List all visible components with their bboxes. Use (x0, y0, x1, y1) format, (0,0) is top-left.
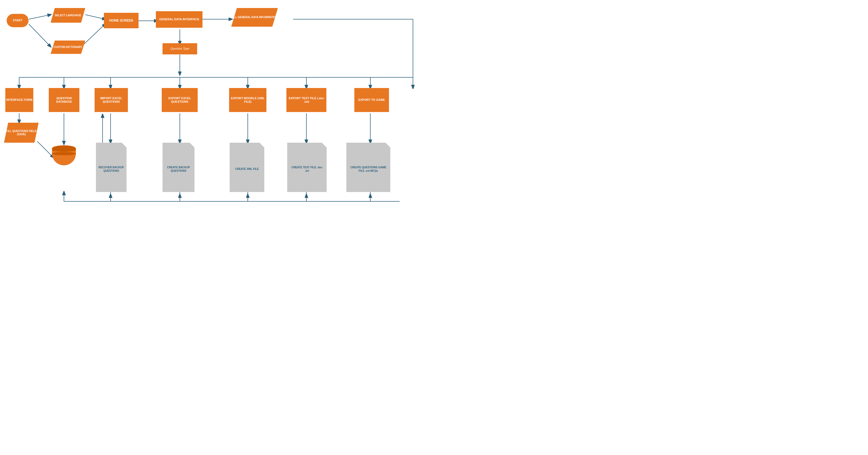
database-cylinder (52, 144, 76, 165)
question-type-node: Question Type (162, 43, 197, 54)
interface-form-node: INTERFACE FORM (5, 88, 33, 112)
svg-line-4 (81, 24, 105, 47)
svg-line-36 (37, 141, 53, 158)
import-excel-node: IMPORT EXCEL QUESTIONS (95, 88, 128, 112)
recover-backup-doc: RECOVER BACKUP QUESTIONS (96, 143, 127, 192)
create-text-doc: CREATE TEXT FILE .doc .txt (287, 143, 327, 192)
flowchart-diagram: START SELECT LANGUAGE CUSTOM DICTIONARY … (0, 0, 434, 227)
question-database-node: QUESTION DATABASE (49, 88, 80, 112)
create-backup-doc: CREATE BACKUP QUESTIONS (162, 143, 194, 192)
export-moodle-node: EXPORT MOODLE (XML FILE) (229, 88, 267, 112)
arrows-layer (0, 0, 434, 227)
general-data-interface-node: GENERAL DATA INTERFACE (156, 11, 203, 28)
svg-line-2 (29, 24, 51, 47)
fill-general-data-node: FILL GENERAL DATA INFORMATION (231, 8, 278, 27)
fill-questions-node: FILL QUESTIONS FIELD (SAVE) (4, 123, 39, 143)
export-text-node: EXPORT TEXT FILE (.doc .txt) (286, 88, 327, 112)
select-language-node: SELECT LANGUAGE (51, 8, 85, 23)
create-xml-doc: CREATE XML FILE (230, 143, 264, 192)
create-game-doc: CREATE QUESTIONS GAME FILE .xsl MCQs (346, 143, 390, 192)
start-node: START (7, 14, 29, 27)
export-game-node: EXPORT TO GAME (354, 88, 389, 112)
svg-line-3 (85, 15, 105, 19)
home-screen-node: HOME SCREEN (104, 13, 138, 28)
export-excel-node: EXPORT EXCEL QUESTIONS (162, 88, 198, 112)
svg-line-1 (29, 15, 51, 19)
custom-dictionary-node: CUSTOM DICTIONARY (51, 40, 85, 54)
